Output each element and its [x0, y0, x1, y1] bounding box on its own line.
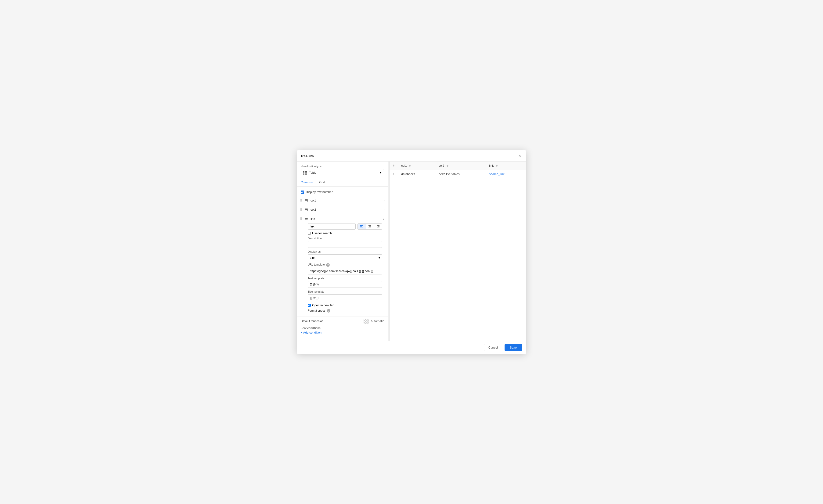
left-panel: Visualization type Table ▾ Columns — [297, 162, 388, 341]
open-in-new-tab-row: Open in new tab — [308, 303, 382, 307]
display-as-select[interactable]: Link ▾ — [308, 254, 382, 261]
svg-rect-2 — [305, 201, 307, 201]
url-template-label: URL template ? — [308, 263, 382, 267]
svg-rect-0 — [305, 199, 308, 200]
svg-rect-12 — [305, 219, 307, 219]
link-sort-icon — [496, 165, 498, 167]
th-link[interactable]: link — [486, 162, 526, 170]
link-col-name: link — [311, 217, 382, 220]
cell-num-1: 1 — [389, 170, 398, 178]
link-col-collapse[interactable]: ∨ — [382, 217, 385, 220]
viz-type-chevron: ▾ — [380, 171, 381, 174]
viz-type-select[interactable]: Table ▾ — [301, 169, 384, 176]
use-for-search-checkbox[interactable] — [308, 232, 311, 235]
col2-icon — [304, 207, 309, 212]
modal-header: Results × — [297, 150, 526, 162]
font-conditions-label: Font conditions: — [301, 327, 384, 330]
svg-rect-22 — [369, 228, 371, 228]
color-checker — [363, 319, 369, 324]
col2-expand-arrow: › — [384, 208, 385, 211]
description-input[interactable] — [308, 241, 382, 248]
svg-rect-16 — [360, 226, 362, 226]
columns-section: Display row number — [297, 187, 388, 336]
align-group — [357, 223, 382, 229]
align-center-btn[interactable] — [366, 224, 374, 229]
add-condition-button[interactable]: + Add condition — [301, 330, 321, 335]
th-num: # — [389, 162, 398, 170]
modal-footer: Cancel Save — [297, 341, 526, 354]
svg-rect-17 — [360, 227, 363, 227]
open-in-new-tab-checkbox[interactable] — [308, 304, 311, 307]
column-item-col2[interactable]: col2 › — [297, 205, 388, 214]
close-button[interactable]: × — [517, 153, 522, 159]
format-specs-help[interactable]: ? — [327, 309, 330, 313]
align-right-btn[interactable] — [374, 224, 382, 229]
url-template-help[interactable]: ? — [326, 263, 330, 267]
th-col2[interactable]: col2 — [435, 162, 486, 170]
color-swatch[interactable]: Automatic — [363, 319, 384, 324]
link-cell-value[interactable]: search_link — [489, 172, 505, 176]
cancel-button[interactable]: Cancel — [484, 344, 502, 351]
link-col-icon — [304, 216, 309, 221]
text-template-label: Text template — [308, 277, 382, 280]
th-col1[interactable]: col1 — [398, 162, 435, 170]
cell-col2-1: delta live tables — [435, 170, 486, 178]
svg-rect-7 — [305, 210, 307, 210]
text-template-input[interactable] — [308, 281, 382, 288]
title-template-input[interactable] — [308, 294, 382, 301]
svg-rect-25 — [377, 227, 379, 227]
svg-line-14 — [308, 220, 308, 220]
save-button[interactable]: Save — [505, 344, 522, 351]
col1-icon — [304, 198, 309, 203]
display-row-number-row: Display row number — [297, 189, 388, 196]
viz-type-select-left: Table — [303, 171, 316, 175]
drag-handle-link — [299, 217, 303, 220]
column-item-link: link ∨ — [297, 214, 388, 317]
viz-type-label: Visualization type — [301, 165, 384, 168]
col1-expand-arrow: › — [384, 199, 385, 202]
col2-sort-icon — [447, 165, 449, 167]
format-specs-label: Format specs — [308, 309, 325, 312]
svg-rect-18 — [360, 228, 362, 228]
svg-rect-21 — [368, 227, 371, 227]
open-in-new-tab-label: Open in new tab — [312, 303, 334, 307]
preview-table: # col1 col2 — [389, 162, 526, 178]
cell-link-1: search_link — [486, 170, 526, 178]
display-row-number-checkbox[interactable] — [301, 190, 304, 194]
align-left-btn[interactable] — [358, 224, 366, 229]
viz-type-value: Table — [309, 171, 316, 174]
table-header-row: # col1 col2 — [389, 162, 526, 170]
title-template-label: Title template — [308, 290, 382, 293]
col2-name: col2 — [311, 208, 384, 211]
description-label: Description — [308, 237, 382, 240]
column-item-col1[interactable]: col1 › — [297, 196, 388, 205]
format-specs-row: Format specs ? — [308, 309, 382, 313]
url-template-input[interactable] — [308, 268, 382, 275]
cell-col1-1: databricks — [398, 170, 435, 178]
svg-rect-15 — [360, 225, 363, 226]
drag-handle-col2 — [299, 208, 303, 211]
link-name-input[interactable] — [308, 223, 356, 229]
viz-type-section: Visualization type Table ▾ — [297, 162, 388, 179]
tab-grid[interactable]: Grid — [319, 179, 328, 186]
svg-rect-5 — [305, 208, 308, 209]
svg-line-4 — [308, 201, 308, 202]
svg-rect-10 — [305, 218, 308, 218]
results-modal: Results × Visualization type Table — [297, 150, 526, 354]
table-row: 1 databricks delta live tables search_li… — [389, 170, 526, 178]
link-col-row[interactable]: link ∨ — [299, 216, 385, 221]
drag-handle-col1 — [299, 199, 303, 201]
svg-rect-20 — [369, 226, 371, 226]
modal-title: Results — [301, 154, 314, 158]
tab-columns[interactable]: Columns — [301, 179, 315, 186]
col1-name: col1 — [311, 199, 384, 202]
right-panel: # col1 col2 — [389, 162, 526, 341]
default-font-color-label: Default font color: — [301, 320, 324, 323]
use-for-search-label: Use for search — [312, 231, 332, 235]
display-row-number-label: Display row number — [306, 190, 333, 194]
tabs-row: Columns Grid — [297, 179, 388, 187]
color-value: Automatic — [371, 319, 384, 323]
table-icon — [303, 171, 307, 175]
svg-rect-19 — [368, 225, 371, 226]
link-expand-content: Use for search Description Display as: L… — [299, 221, 385, 314]
